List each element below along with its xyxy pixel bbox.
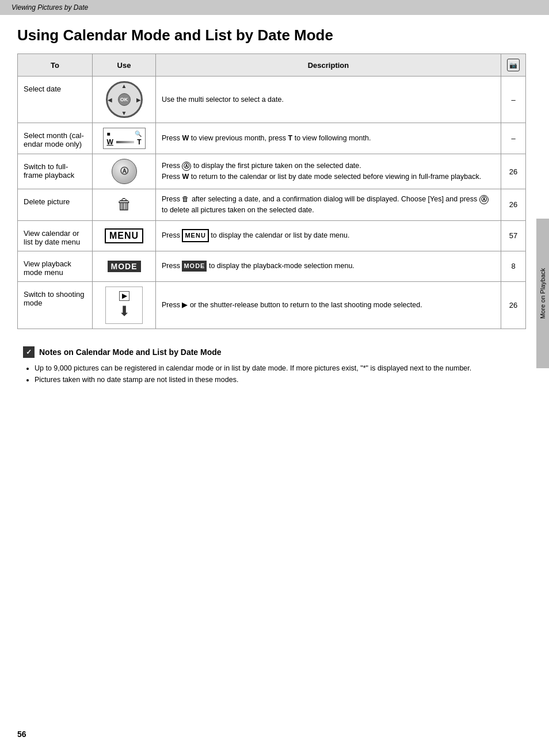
row-to-pb-menu: View playback mode menu bbox=[18, 251, 93, 281]
notes-list: Up to 9,000 pictures can be registered i… bbox=[23, 362, 520, 385]
row-ref-delete: 26 bbox=[501, 189, 526, 221]
top-bar: Viewing Pictures by Date bbox=[0, 0, 549, 15]
ok-em2: Ⓐ bbox=[479, 195, 489, 204]
page-number: 56 bbox=[17, 730, 26, 739]
notes-section: ✓ Notes on Calendar Mode and List by Dat… bbox=[17, 346, 526, 385]
table-row: Select date ▲ ▼ ◀ ▶ OK Use the multi sel… bbox=[18, 77, 526, 123]
camera-wt-icon: ■ 🔍 W T bbox=[103, 128, 146, 149]
row-use-pb-menu: MODE bbox=[93, 251, 156, 281]
table-row: Select month (cal­endar mode only) ■ 🔍 W… bbox=[18, 123, 526, 154]
dpad-right: ▶ bbox=[136, 97, 141, 103]
notes-icon: ✓ bbox=[23, 346, 35, 358]
row-ref-pb-menu: 8 bbox=[501, 251, 526, 281]
mode-button-icon: MODE bbox=[108, 261, 141, 272]
side-tab-label: More on Playback bbox=[539, 268, 546, 319]
table-row: Switch to full-frame playback Ⓐ Press Ⓐ … bbox=[18, 154, 526, 189]
col-header-icon: 📷 bbox=[501, 54, 526, 77]
col-header-to: To bbox=[18, 54, 93, 77]
row-use-select-month: ■ 🔍 W T bbox=[93, 123, 156, 154]
table-row: Delete picture 🗑 Press 🗑 after selecting… bbox=[18, 189, 526, 221]
ok-button-icon: Ⓐ bbox=[112, 159, 137, 184]
table-row: View calendar or list by date menu MENU … bbox=[18, 220, 526, 251]
dpad-left: ◀ bbox=[108, 97, 112, 103]
menu-inline-icon: MENU bbox=[182, 229, 208, 242]
row-desc-delete: Press 🗑 after selecting a date, and a co… bbox=[156, 189, 501, 221]
side-tab: More on Playback bbox=[536, 219, 549, 368]
row-use-shoot: ▶ ⬇ bbox=[93, 281, 156, 329]
top-bar-label: Viewing Pictures by Date bbox=[12, 3, 88, 12]
col-header-desc: Description bbox=[156, 54, 501, 77]
notes-item: Pictures taken with no date stamp are no… bbox=[35, 374, 520, 385]
row-ref-select-month: – bbox=[501, 123, 526, 154]
row-ref-select-date: – bbox=[501, 77, 526, 123]
row-ref-fullframe: 26 bbox=[501, 154, 526, 189]
t-button: T bbox=[137, 138, 141, 146]
row-to-delete: Delete picture bbox=[18, 189, 93, 221]
row-to-select-month: Select month (cal­endar mode only) bbox=[18, 123, 93, 154]
row-to-select-date: Select date bbox=[18, 77, 93, 123]
row-use-delete: 🗑 bbox=[93, 189, 156, 221]
table-row: Switch to shoot­ing mode ▶ ⬇ Press ▶ or … bbox=[18, 281, 526, 329]
camera-row2: W T bbox=[107, 138, 142, 146]
table-row: View playback mode menu MODE Press MODE … bbox=[18, 251, 526, 281]
dpad-center-ok: OK bbox=[118, 93, 131, 106]
w-button: W bbox=[107, 138, 113, 146]
row-to-cal-menu: View calendar or list by date menu bbox=[18, 220, 93, 251]
header-cam-icon: 📷 bbox=[507, 59, 520, 71]
row-use-fullframe: Ⓐ bbox=[93, 154, 156, 189]
row-desc-select-month: Press W to view previous month, press T … bbox=[156, 123, 501, 154]
main-table: To Use Description 📷 Select date ▲ ▼ ◀ bbox=[17, 54, 526, 329]
play-button-box: ▶ bbox=[119, 291, 129, 301]
dpad-icon: ▲ ▼ ◀ ▶ OK bbox=[106, 81, 143, 118]
row-desc-shoot: Press ▶ or the shutter-release button to… bbox=[156, 281, 501, 329]
table-header-row: To Use Description 📷 bbox=[18, 54, 526, 77]
row-use-cal-menu: MENU bbox=[93, 220, 156, 251]
notes-title: ✓ Notes on Calendar Mode and List by Dat… bbox=[23, 346, 520, 358]
down-arrow-icon: ⬇ bbox=[119, 303, 130, 319]
row-ref-cal-menu: 57 bbox=[501, 220, 526, 251]
menu-button-icon: MENU bbox=[105, 228, 143, 243]
notes-item: Up to 9,000 pictures can be registered i… bbox=[35, 362, 520, 374]
camera-top: ■ 🔍 bbox=[107, 131, 142, 137]
main-content: Using Calendar Mode and List by Date Mod… bbox=[0, 15, 549, 397]
row-to-fullframe: Switch to full-frame playback bbox=[18, 154, 93, 189]
dpad-up: ▲ bbox=[121, 83, 127, 89]
ok-em: Ⓐ bbox=[182, 162, 191, 171]
trash-icon: 🗑 bbox=[98, 196, 150, 213]
row-desc-pb-menu: Press MODE to display the playback-mode … bbox=[156, 251, 501, 281]
row-desc-select-date: Use the multi selector to select a date. bbox=[156, 77, 501, 123]
row-desc-cal-menu: Press MENU to display the calendar or li… bbox=[156, 220, 501, 251]
dpad-down: ▼ bbox=[121, 110, 127, 116]
camera-zoom-sym: 🔍 bbox=[135, 131, 142, 137]
row-to-shoot: Switch to shoot­ing mode bbox=[18, 281, 93, 329]
zoom-bar bbox=[116, 141, 134, 143]
page-title: Using Calendar Mode and List by Date Mod… bbox=[17, 26, 526, 44]
mode-inline-icon: MODE bbox=[182, 261, 207, 272]
shoot-icon: ▶ ⬇ bbox=[105, 287, 143, 324]
row-ref-shoot: 26 bbox=[501, 281, 526, 329]
row-use-select-date: ▲ ▼ ◀ ▶ OK bbox=[93, 77, 156, 123]
row-desc-fullframe: Press Ⓐ to display the first picture tak… bbox=[156, 154, 501, 189]
notes-heading: Notes on Calendar Mode and List by Date … bbox=[39, 348, 222, 357]
col-header-use: Use bbox=[93, 54, 156, 77]
camera-icon-sym: ■ bbox=[107, 131, 110, 137]
